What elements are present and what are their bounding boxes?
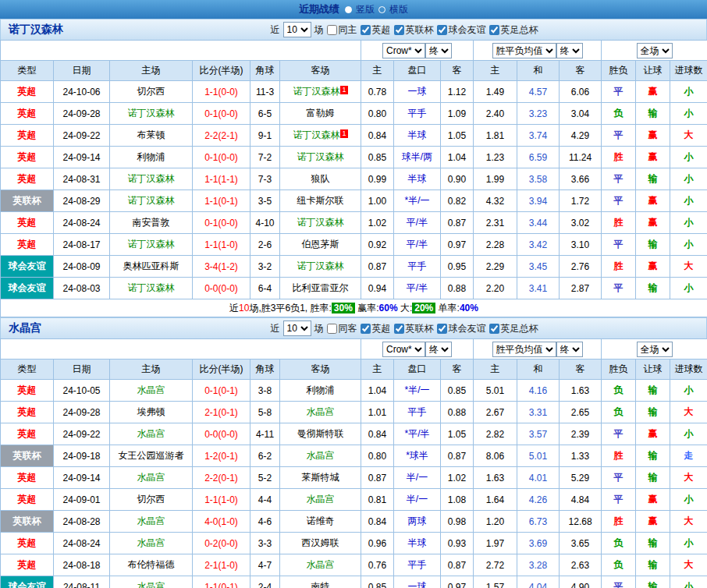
away-team-cell[interactable]: 水晶宫 [280,489,361,511]
home-team-cell[interactable]: 诺丁汉森林 [110,103,193,125]
team-link[interactable]: 切尔西 [137,86,165,97]
recent-count-select[interactable]: 10 [283,321,311,336]
home-team-cell[interactable]: 水晶宫 [110,423,193,445]
league-filter-checkbox[interactable] [489,25,499,35]
team-link[interactable]: 女王公园巡游者 [119,450,184,461]
home-team-cell[interactable]: 诺丁汉森林 [110,190,193,212]
team-link[interactable]: 水晶宫 [137,428,165,439]
score-cell[interactable]: 0-0(0-0) [193,278,250,299]
home-team-cell[interactable]: 诺丁汉森林 [110,234,193,256]
team-link[interactable]: 南特 [311,581,330,588]
asian-odds-time-select[interactable]: 终 [425,43,452,58]
same-venue-toggle[interactable]: 同主 [327,23,357,37]
league-filter[interactable]: 球会友谊 [437,23,486,37]
team-link[interactable]: 诺丁汉森林 [297,151,344,162]
home-team-cell[interactable]: 南安普敦 [110,212,193,234]
home-team-cell[interactable]: 切尔西 [110,81,193,103]
league-filter-checkbox[interactable] [489,324,499,334]
team-link[interactable]: 水晶宫 [137,515,165,526]
away-team-cell[interactable]: 诺维奇 [280,511,361,533]
team-link[interactable]: 诺丁汉森林 [293,86,339,97]
recent-count-select[interactable]: 10 [283,22,311,37]
score-cell[interactable]: 0-0(0-0) [193,423,250,445]
league-filter[interactable]: 球会友谊 [437,322,486,335]
team-link[interactable]: 诺丁汉森林 [128,173,175,184]
home-team-cell[interactable]: 水晶宫 [110,576,193,588]
vertical-layout-radio[interactable] [345,6,352,13]
same-venue-checkbox[interactable] [327,25,337,35]
score-cell[interactable]: 0-1(0-0) [193,212,250,234]
score-cell[interactable]: 4-0(1-0) [193,511,250,533]
team-link[interactable]: 水晶宫 [307,406,335,417]
home-team-cell[interactable]: 切尔西 [110,489,193,511]
away-team-cell[interactable]: 伯恩茅斯 [280,234,361,256]
home-team-cell[interactable]: 利物浦 [110,147,193,168]
home-team-cell[interactable]: 水晶宫 [110,533,193,554]
away-team-cell[interactable]: 水晶宫 [280,445,361,467]
league-filter-checkbox[interactable] [394,25,404,35]
score-cell[interactable]: 1-1(1-0) [193,489,250,511]
team-link[interactable]: 水晶宫 [137,581,165,588]
league-filter-checkbox[interactable] [394,324,404,334]
away-team-cell[interactable]: 莱斯特城 [280,467,361,489]
score-cell[interactable]: 2-2(2-1) [193,125,250,147]
league-filter[interactable]: 英联杯 [394,322,434,335]
away-team-cell[interactable]: 狼队 [280,168,361,190]
team-link[interactable]: 诺丁汉森林 [128,282,175,293]
same-venue-toggle[interactable]: 同客 [327,322,357,335]
team-link[interactable]: 西汉姆联 [302,537,339,548]
away-team-cell[interactable]: 富勒姆 [280,103,361,125]
same-venue-checkbox[interactable] [327,324,337,334]
team-link[interactable]: 诺丁汉森林 [297,217,344,228]
away-team-cell[interactable]: 诺丁汉森林1 [280,81,361,103]
home-team-cell[interactable]: 布莱顿 [110,125,193,147]
asian-odds-source-select[interactable]: Crow* [382,342,425,357]
team-link[interactable]: 诺丁汉森林 [128,195,175,206]
home-team-cell[interactable]: 诺丁汉森林 [110,168,193,190]
score-cell[interactable]: 1-1(0-1) [193,190,250,212]
team-link[interactable]: 诺丁汉森林 [128,108,175,119]
score-cell[interactable]: 2-1(0-1) [193,402,250,423]
league-filter-checkbox[interactable] [437,324,447,334]
home-team-cell[interactable]: 女王公园巡游者 [110,445,193,467]
away-team-cell[interactable]: 诺丁汉森林 [280,212,361,234]
league-filter-checkbox[interactable] [361,324,371,334]
team-link[interactable]: 诺丁汉森林 [293,129,339,140]
league-filter[interactable]: 英超 [361,322,391,335]
home-team-cell[interactable]: 诺丁汉森林 [110,278,193,299]
score-cell[interactable]: 1-1(0-0) [193,81,250,103]
team-link[interactable]: 纽卡斯尔联 [297,195,344,206]
away-team-cell[interactable]: 诺丁汉森林 [280,256,361,278]
euro-odds-source-select[interactable]: 胜平负均值 [492,342,556,357]
home-team-cell[interactable]: 水晶宫 [110,467,193,489]
team-link[interactable]: 莱斯特城 [302,472,339,483]
away-team-cell[interactable]: 纽卡斯尔联 [280,190,361,212]
team-link[interactable]: 水晶宫 [137,537,165,548]
home-team-cell[interactable]: 埃弗顿 [110,402,193,423]
team-link[interactable]: 诺丁汉森林 [297,260,344,271]
team-link[interactable]: 布伦特福德 [128,559,175,570]
team-link[interactable]: 布莱顿 [137,129,165,140]
away-team-cell[interactable]: 诺丁汉森林 [280,147,361,168]
league-filter[interactable]: 英足总杯 [489,322,538,335]
team-link[interactable]: 富勒姆 [307,108,335,119]
score-cell[interactable]: 1-2(0-1) [193,445,250,467]
asian-odds-source-select[interactable]: Crow* [382,43,425,58]
horizontal-layout-radio[interactable] [378,6,385,13]
score-cell[interactable]: 0-1(0-1) [193,380,250,402]
team-link[interactable]: 南安普敦 [133,217,170,228]
away-team-cell[interactable]: 西汉姆联 [280,533,361,554]
team-link[interactable]: 埃弗顿 [137,406,165,417]
team-link[interactable]: 水晶宫 [307,494,335,505]
score-cell[interactable]: 0-2(0-0) [193,533,250,554]
team-link[interactable]: 利物浦 [137,151,165,162]
score-cell[interactable]: 1-1(0-1) [193,576,250,588]
league-filter[interactable]: 英联杯 [394,23,434,37]
scope-select[interactable]: 全场 [637,342,673,357]
team-link[interactable]: 水晶宫 [307,450,335,461]
team-link[interactable]: 切尔西 [137,494,165,505]
team-link[interactable]: 奥林匹亚科斯 [123,260,179,271]
home-team-cell[interactable]: 水晶宫 [110,380,193,402]
team-link[interactable]: 利物浦 [307,384,335,395]
home-team-cell[interactable]: 布伦特福德 [110,554,193,576]
